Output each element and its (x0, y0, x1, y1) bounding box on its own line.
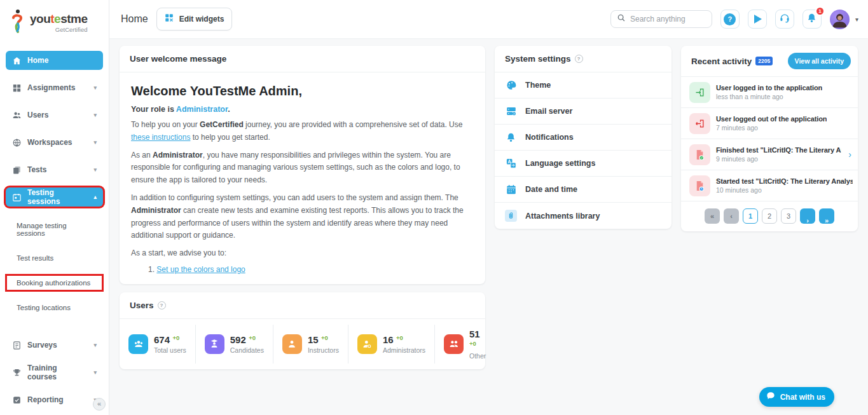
these-instructions-link[interactable]: these instructions (131, 133, 190, 142)
activity-item-finished-test[interactable]: Finished test "LitCritIQ: The Literary A… (681, 139, 858, 170)
sidebar-item-reporting[interactable]: Reporting ▾ (6, 390, 103, 409)
settings-item-theme[interactable]: Theme (495, 72, 672, 99)
pagination-next-button[interactable]: › (800, 208, 815, 224)
stat-candidates: 592 +0 Candidates (195, 325, 273, 364)
settings-item-label: Theme (525, 81, 551, 90)
settings-item-attachments[interactable]: Attachments library (495, 203, 672, 229)
sidebar-subitem-booking-authorizations[interactable]: Booking authorizations (7, 276, 102, 290)
sidebar-item-workspaces[interactable]: Workspaces ▾ (6, 133, 103, 152)
settings-item-notifications[interactable]: Notifications (495, 125, 672, 151)
setup-colors-logo-link[interactable]: Set up the colors and logo (156, 265, 245, 274)
help-button[interactable]: ? (720, 10, 740, 29)
sidebar-item-training-courses[interactable]: Training courses ▾ (6, 363, 103, 382)
settings-item-label: Notifications (525, 133, 574, 142)
edit-widgets-label: Edit widgets (179, 15, 224, 24)
stat-value: 16 (383, 334, 394, 345)
search-input[interactable] (630, 15, 706, 24)
wordmark-stme: stme (60, 12, 87, 25)
stat-instructors: 15 +0 Instructors (273, 325, 348, 364)
notifications-button[interactable]: 1 (803, 10, 822, 29)
wordmark-e: e (54, 12, 60, 25)
sidebar-item-label: Surveys (27, 341, 57, 350)
sidebar-item-label: Users (27, 111, 48, 119)
login-icon (689, 82, 710, 103)
sidebar-item-label: Assignments (27, 83, 75, 92)
settings-item-language[interactable]: Language settings (495, 151, 672, 177)
welcome-paragraph-2: As an Administrator, you have many respo… (131, 149, 474, 187)
brand-subtitle: GetCertified (30, 26, 88, 33)
activity-pagination: « ‹ 1 2 3 › » (681, 201, 858, 231)
administrators-icon (357, 334, 377, 354)
settings-item-label: Email server (525, 107, 572, 116)
tour-button[interactable] (748, 10, 767, 29)
activity-time: 9 minutes ago (716, 155, 841, 163)
testing-sessions-icon (12, 193, 22, 202)
pagination-page-3[interactable]: 3 (781, 208, 796, 224)
sidebar-item-users[interactable]: Users ▾ (6, 105, 103, 125)
profile-chevron-icon[interactable]: ▾ (855, 16, 858, 23)
stat-label: Candidates (230, 346, 264, 354)
sidebar-subitem-test-results[interactable]: Test results (7, 251, 102, 265)
role-suffix: . (228, 105, 230, 114)
bell-icon (505, 132, 517, 144)
pagination-page-2[interactable]: 2 (762, 208, 777, 224)
chevron-down-icon: ▾ (93, 112, 97, 118)
welcome-card-header: User welcome message (120, 46, 485, 72)
stat-value: 674 (154, 334, 170, 345)
support-button[interactable] (775, 10, 794, 29)
chat-with-us-button[interactable]: Chat with us (759, 387, 834, 407)
edit-widgets-icon (165, 13, 174, 25)
role-administrator-link[interactable]: Administrator (176, 105, 228, 114)
stat-value: 592 (230, 334, 246, 345)
stat-label: Instructors (308, 346, 339, 354)
view-all-activity-button[interactable]: View all activity (788, 53, 851, 69)
trophy-icon (12, 368, 22, 378)
home-icon (12, 56, 22, 65)
sidebar-item-surveys[interactable]: Surveys ▾ (6, 336, 103, 355)
column-left: User welcome message Welcome YouTestMe A… (120, 46, 485, 369)
pagination-first-button[interactable]: « (705, 208, 720, 224)
info-icon[interactable]: ? (575, 55, 583, 63)
activity-count-badge: 2205 (755, 57, 773, 65)
p2-bold: Administrator (153, 151, 203, 160)
question-icon: ? (724, 13, 736, 25)
sidebar-item-assignments[interactable]: Assignments ▾ (6, 78, 103, 97)
avatar[interactable] (830, 10, 850, 29)
activity-chevron-icon[interactable]: › (847, 149, 853, 160)
total-users-icon (128, 334, 148, 354)
chevron-down-icon: ▾ (93, 139, 97, 146)
activity-item-started-test[interactable]: Started test "LitCritIQ: The Literary An… (681, 170, 858, 201)
stat-administrators: 16 +0 Administrators (348, 325, 434, 364)
sidebar-item-testing-sessions[interactable]: Testing sessions ▴ (6, 187, 103, 207)
brand-logo[interactable]: youtestme GetCertified (0, 0, 109, 42)
sidebar-item-tests[interactable]: Tests ▾ (6, 160, 103, 179)
paperclip-icon (505, 210, 517, 222)
play-icon (754, 15, 762, 24)
stat-delta: +0 (469, 340, 476, 347)
brand-mark-icon (9, 9, 25, 37)
tests-icon (12, 165, 22, 175)
pagination-page-1[interactable]: 1 (743, 208, 758, 224)
stat-total-users: 674 +0 Total users (120, 325, 195, 364)
sidebar-subitem-manage-testing-sessions[interactable]: Manage testing sessions (7, 219, 102, 240)
info-icon[interactable]: ? (158, 301, 166, 310)
sidebar-item-label: Testing sessions (27, 188, 88, 206)
settings-item-date-time[interactable]: Date and time (495, 177, 672, 203)
sidebar-collapse-button[interactable]: « (93, 398, 106, 411)
edit-widgets-button[interactable]: Edit widgets (156, 8, 233, 31)
pagination-last-button[interactable]: » (819, 208, 834, 224)
settings-item-email-server[interactable]: Email server (495, 99, 672, 125)
activity-text: User logged in to the application (716, 84, 822, 92)
sidebar-item-home[interactable]: Home (6, 51, 103, 70)
activity-text: User logged out of the application (716, 115, 827, 123)
sidebar-subitem-testing-locations[interactable]: Testing locations (7, 301, 102, 315)
search-box[interactable] (610, 10, 712, 28)
activity-item-logout[interactable]: User logged out of the application 7 min… (681, 108, 858, 139)
pagination-prev-button[interactable]: ‹ (724, 208, 739, 224)
sidebar-item-label: Training courses (27, 364, 88, 381)
stat-label: Other (469, 352, 486, 360)
activity-item-login[interactable]: User logged in to the application less t… (681, 77, 858, 108)
instructors-icon (282, 334, 302, 354)
p3-text: can create new tests and examine existin… (131, 206, 464, 240)
p2-text: As an (131, 151, 153, 160)
